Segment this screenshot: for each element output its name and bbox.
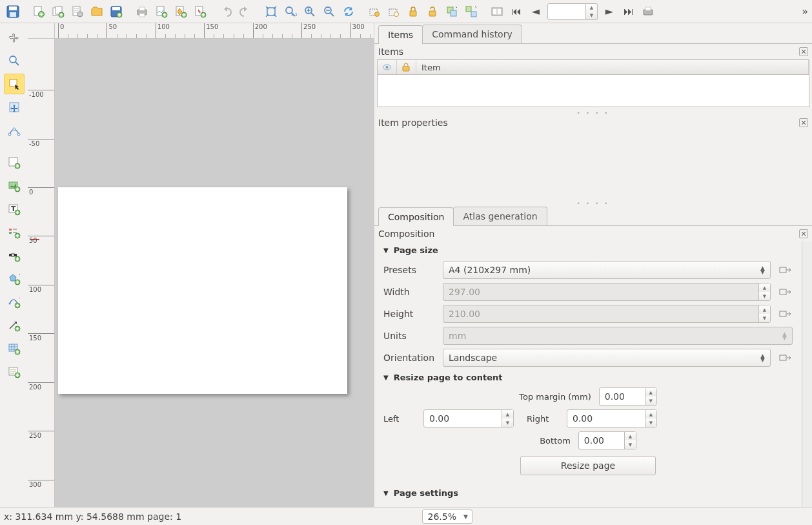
svg-rect-64: [14, 254, 17, 256]
duplicate-composer-button[interactable]: [49, 3, 67, 21]
data-defined-override-icon[interactable]: [777, 306, 793, 322]
atlas-page-input[interactable]: 1: [547, 3, 586, 20]
svg-point-51: [13, 128, 15, 130]
export-svg-button[interactable]: [172, 3, 190, 21]
section-page-size[interactable]: ▼Page size: [374, 242, 802, 259]
orientation-combo[interactable]: Landscape▲▼: [443, 349, 771, 367]
add-map-tool[interactable]: [4, 152, 25, 173]
spin-up-icon[interactable]: ▲: [586, 4, 597, 12]
ruler-corner: [28, 23, 55, 39]
lock-layers-button[interactable]: [365, 3, 383, 21]
resize-page-button[interactable]: Resize page: [520, 456, 656, 475]
right-panel: Items Command history Items ✕ Item • • •…: [374, 23, 812, 507]
item-column-header[interactable]: Item: [416, 60, 809, 74]
zoom-tool[interactable]: [4, 50, 25, 71]
visibility-column-icon[interactable]: [378, 60, 397, 74]
presets-label: Presets: [383, 265, 436, 275]
atlas-first-button[interactable]: ⏮: [507, 3, 525, 21]
edit-nodes-tool[interactable]: [4, 120, 25, 141]
toolbar-overflow-icon[interactable]: »: [802, 5, 808, 17]
bottom-margin-spinbox[interactable]: 0.00▲▼: [578, 431, 636, 449]
atlas-last-button[interactable]: ⏭: [620, 3, 638, 21]
load-template-button[interactable]: [88, 3, 106, 21]
add-shape-tool[interactable]: [4, 269, 25, 289]
svg-point-67: [8, 303, 10, 305]
save-button[interactable]: [4, 3, 22, 21]
composer-manager-button[interactable]: [68, 3, 86, 21]
item-properties-label: Item properties: [378, 118, 448, 128]
svg-point-45: [10, 56, 16, 63]
data-defined-override-icon[interactable]: [777, 262, 793, 278]
add-scalebar-tool[interactable]: [4, 245, 25, 266]
unlock-layers-button[interactable]: [385, 3, 403, 21]
zoom-in-button[interactable]: [301, 3, 319, 21]
data-defined-override-icon[interactable]: [777, 284, 793, 300]
svg-rect-39: [471, 12, 476, 17]
svg-rect-63: [12, 254, 14, 256]
pan-tool[interactable]: [4, 27, 25, 48]
section-page-settings[interactable]: ▼Page settings: [374, 484, 802, 502]
atlas-page-spin[interactable]: 1 ▲▼: [547, 3, 598, 20]
canvas-viewport[interactable]: [55, 39, 374, 507]
save-template-button[interactable]: [107, 3, 125, 21]
export-image-button[interactable]: [152, 3, 170, 21]
svg-rect-59: [9, 229, 12, 231]
export-pdf-button[interactable]: [191, 3, 209, 21]
items-list[interactable]: [377, 75, 809, 107]
left-margin-spinbox[interactable]: 0.00▲▼: [423, 409, 514, 427]
redo-button[interactable]: [236, 3, 254, 21]
svg-line-29: [330, 13, 334, 16]
zoom-out-button[interactable]: [320, 3, 338, 21]
lock-button[interactable]: [404, 3, 422, 21]
new-composer-button[interactable]: [30, 3, 48, 21]
print-button[interactable]: [133, 3, 151, 21]
undo-button[interactable]: [217, 3, 235, 21]
group-button[interactable]: [443, 3, 461, 21]
page-sheet[interactable]: [58, 187, 347, 394]
add-label-tool[interactable]: T: [4, 199, 25, 220]
items-tabbar: Items Command history: [374, 23, 812, 44]
dock-grip[interactable]: • • • •: [374, 110, 812, 115]
unlock-button[interactable]: [423, 3, 442, 21]
section-resize-page[interactable]: ▼Resize page to content: [374, 369, 802, 386]
orientation-value: Landscape: [449, 353, 497, 363]
ungroup-button[interactable]: [462, 3, 480, 21]
atlas-print-button[interactable]: [639, 3, 657, 21]
move-content-tool[interactable]: [4, 97, 25, 118]
atlas-next-button[interactable]: ►: [600, 3, 618, 21]
composition-scrollbar[interactable]: [802, 242, 812, 507]
left-margin-value: 0.00: [429, 413, 449, 424]
spin-down-icon[interactable]: ▼: [586, 12, 597, 19]
select-move-tool[interactable]: [4, 74, 25, 94]
add-image-tool[interactable]: [4, 176, 25, 196]
lock-column-icon[interactable]: [397, 60, 416, 74]
presets-combo[interactable]: A4 (210x297 mm)▲▼: [443, 261, 771, 279]
tab-atlas-generation[interactable]: Atlas generation: [453, 207, 547, 225]
svg-text:1:1: 1:1: [290, 12, 297, 17]
close-item-props-icon[interactable]: ✕: [799, 118, 808, 127]
left-margin-label: Left: [383, 414, 416, 424]
tab-command-history[interactable]: Command history: [422, 25, 522, 43]
close-composition-icon[interactable]: ✕: [799, 229, 808, 238]
add-html-tool[interactable]: [4, 362, 25, 382]
add-arrow-tool[interactable]: [4, 315, 25, 336]
refresh-button[interactable]: [340, 3, 358, 21]
tab-items[interactable]: Items: [378, 25, 423, 44]
add-node-item-tool[interactable]: [4, 292, 25, 313]
zoom-combo[interactable]: 26.5%▼: [422, 510, 472, 524]
top-margin-spinbox[interactable]: 0.00▲▼: [599, 387, 657, 406]
zoom-full-button[interactable]: [262, 3, 280, 21]
atlas-prev-button[interactable]: ◄: [527, 3, 545, 21]
add-legend-tool[interactable]: [4, 222, 25, 243]
add-table-tool[interactable]: [4, 338, 25, 359]
horizontal-ruler: 050100150200250300: [55, 23, 374, 39]
atlas-preview-button[interactable]: [488, 3, 506, 21]
right-margin-spinbox[interactable]: 0.00▲▼: [567, 409, 657, 427]
close-items-dock-icon[interactable]: ✕: [799, 47, 808, 56]
presets-value: A4 (210x297 mm): [449, 265, 531, 275]
tab-composition[interactable]: Composition: [378, 207, 454, 226]
dock-grip-2[interactable]: • • • •: [374, 200, 812, 205]
data-defined-override-icon[interactable]: [777, 350, 793, 365]
zoom-actual-button[interactable]: 1:1: [281, 3, 299, 21]
bottom-margin-value: 0.00: [584, 435, 604, 446]
